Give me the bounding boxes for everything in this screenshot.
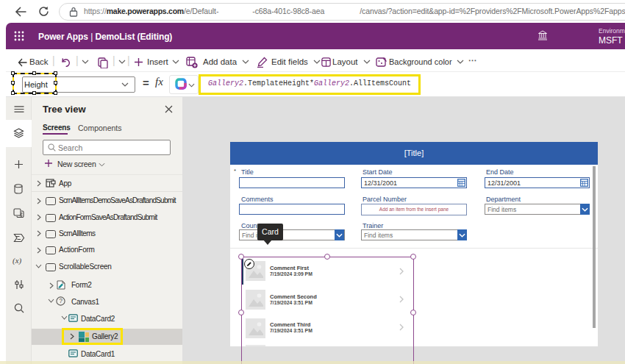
- svg-text:?: ?: [59, 297, 63, 304]
